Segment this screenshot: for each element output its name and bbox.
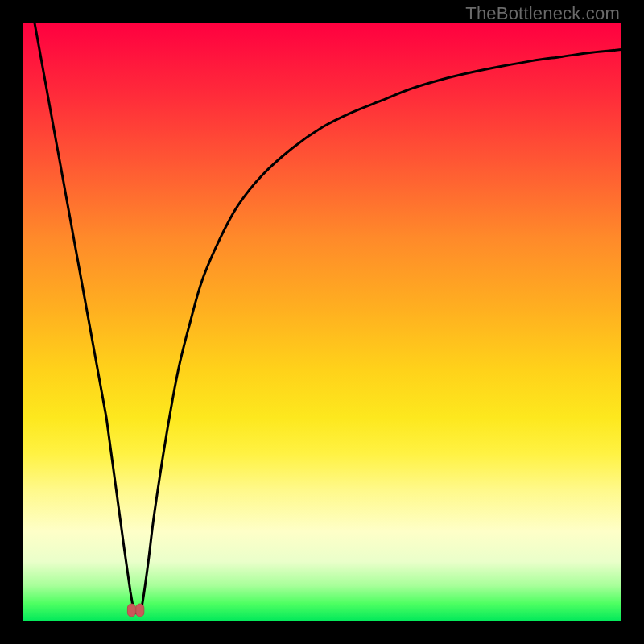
outer-frame: TheBottleneck.com [0,0,644,644]
curve-min-markers [127,604,143,617]
curve-line [35,23,621,613]
watermark-text: TheBottleneck.com [465,3,620,24]
min-marker [136,604,144,617]
min-marker [127,604,135,617]
chart-svg [23,23,621,621]
plot-area [23,23,621,621]
